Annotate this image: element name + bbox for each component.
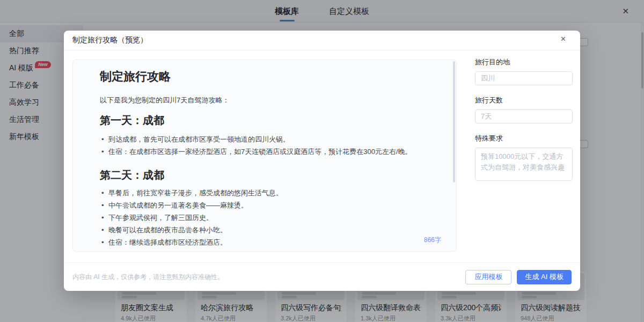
- destination-label: 旅行目的地: [475, 58, 573, 67]
- generate-ai-template-button[interactable]: 生成 AI 模板: [517, 270, 572, 284]
- modal-header: 制定旅行攻略（预览） ✕: [64, 31, 580, 50]
- days-field-group: 旅行天数: [475, 96, 573, 123]
- requirements-textarea[interactable]: 预算10000元以下，交通方式为自驾游，对美食感兴趣: [475, 148, 573, 181]
- preview-scrollbar-thumb[interactable]: [453, 61, 455, 182]
- ai-disclaimer: 内容由 AI 生成，仅供参考，请注意甄别内容准确性。: [72, 273, 224, 282]
- destination-field-group: 旅行目的地: [475, 58, 573, 85]
- day1-list: 到达成都，首先可以在成都市区享受一顿地道的四川火锅。 住宿：在成都市区选择一家经…: [100, 133, 440, 158]
- preview-modal: 制定旅行攻略（预览） ✕ 制定旅行攻略 以下是我为您制定的四川7天自驾游攻略： …: [64, 31, 580, 291]
- list-item: 早餐后，前往宽窄巷子漫步，感受成都的悠闲生活气息。: [100, 187, 440, 199]
- destination-input[interactable]: [475, 71, 573, 85]
- document-intro: 以下是我为您制定的四川7天自驾游攻略：: [100, 96, 440, 105]
- modal-close-icon[interactable]: ✕: [560, 35, 566, 43]
- list-item: 中午尝试成都的另一道著名美食——麻辣烫。: [100, 199, 440, 211]
- list-item: 下午参观武侯祠，了解三国历史。: [100, 211, 440, 224]
- list-item: 到达成都，首先可以在成都市区享受一顿地道的四川火锅。: [100, 133, 440, 145]
- document-title: 制定旅行攻略: [100, 69, 440, 85]
- modal-title: 制定旅行攻略（预览）: [72, 35, 148, 45]
- template-form: 旅行目的地 旅行天数 特殊要求 预算10000元以下，交通方式为自驾游，对美食感…: [475, 55, 573, 194]
- day1-heading: 第一天：成都: [100, 113, 440, 128]
- list-item: 住宿：在成都市区选择一家经济型酒店，如7天连锁酒店或汉庭酒店等，预计花费在300…: [100, 145, 440, 158]
- day2-list: 早餐后，前往宽窄巷子漫步，感受成都的悠闲生活气息。 中午尝试成都的另一道著名美食…: [100, 187, 440, 248]
- days-input[interactable]: [475, 109, 573, 123]
- word-count: 866字: [424, 236, 441, 245]
- modal-footer: 内容由 AI 生成，仅供参考，请注意甄别内容准确性。 应用模板 生成 AI 模板: [64, 262, 580, 291]
- apply-template-button[interactable]: 应用模板: [465, 270, 511, 284]
- document-content: 制定旅行攻略 以下是我为您制定的四川7天自驾游攻略： 第一天：成都 到达成都，首…: [73, 60, 456, 248]
- document-preview: 制定旅行攻略 以下是我为您制定的四川7天自驾游攻略： 第一天：成都 到达成都，首…: [72, 60, 457, 252]
- requirements-label: 特殊要求: [475, 134, 573, 143]
- day2-heading: 第二天：成都: [100, 167, 440, 182]
- days-label: 旅行天数: [475, 96, 573, 105]
- list-item: 晚餐可以在成都的夜市品尝各种小吃。: [100, 224, 440, 236]
- requirements-field-group: 特殊要求 预算10000元以下，交通方式为自驾游，对美食感兴趣: [475, 134, 573, 183]
- list-item: 住宿：继续选择成都市区经济型酒店。: [100, 236, 440, 248]
- app: 模板库 自定义模板 ✕ 全部 热门推荐 AI 模版 New 工作必备 高效学习 …: [0, 0, 644, 322]
